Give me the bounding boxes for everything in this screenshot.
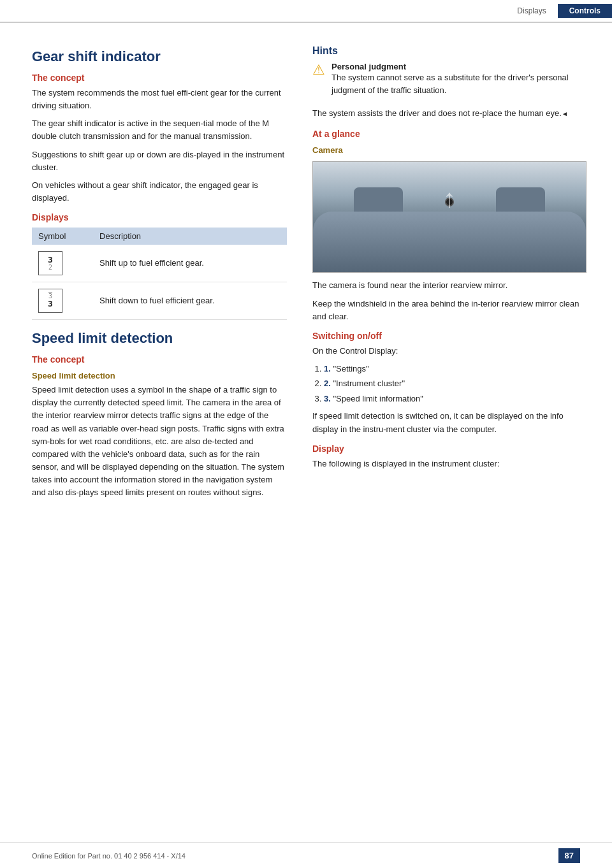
switching-intro: On the Control Display: <box>312 345 586 358</box>
hint-content: Personal judgment The system cannot serv… <box>332 62 586 102</box>
car-seats <box>313 212 586 272</box>
shift-up-symbol: 3 2 <box>38 251 62 275</box>
gear-concept-p4: On vehicles without a gear shift indicat… <box>32 179 287 205</box>
camera-desc1: The camera is found near the interior re… <box>312 279 586 292</box>
hint-bold-text: Personal judgment <box>332 62 586 71</box>
hint-row: ⚠ Personal judgment The system cannot se… <box>312 62 586 102</box>
at-a-glance-title: At a glance <box>312 129 586 139</box>
gear-concept-p1: The system recommends the most fuel effi… <box>32 87 287 112</box>
shift-up-desc: Shift up to fuel efficient gear. <box>93 245 287 282</box>
camera-image: ↑ <box>312 161 586 273</box>
camera-desc2: Keep the windshield in the area behind t… <box>312 298 586 323</box>
gear-concept-p3: Suggestions to shift gear up or down are… <box>32 148 287 174</box>
camera-subtitle: Camera <box>312 145 586 155</box>
shift-down-desc: Shift down to fuel efficient gear. <box>93 282 287 320</box>
speed-concept-subtitle: The concept <box>32 354 287 365</box>
gear-shift-title: Gear shift indicator <box>32 48 287 65</box>
shift-down-symbol: 3 3 <box>38 289 62 313</box>
gear-concept-subtitle: The concept <box>32 73 287 83</box>
warning-icon: ⚠ <box>312 62 325 78</box>
nav-controls[interactable]: Controls <box>558 4 612 18</box>
table-row: 3 2 Shift up to fuel efficient gear. <box>32 245 287 282</box>
gear-concept-p2: The gear shift indicator is active in th… <box>32 117 287 143</box>
step-3: 3. "Speed limit information" <box>324 393 586 405</box>
right-column: Hints ⚠ Personal judgment The system can… <box>300 42 612 504</box>
footer-text: Online Edition for Part no. 01 40 2 956 … <box>32 852 186 860</box>
nav-items: Displays Controls <box>506 4 612 18</box>
speed-limit-title: Speed limit detection <box>32 330 287 347</box>
hint-body: The system cannot serve as a substitute … <box>332 71 586 97</box>
page-number: 87 <box>558 848 580 863</box>
col-symbol: Symbol <box>32 228 93 245</box>
table-row: 3 3 Shift down to fuel efficient gear. <box>32 282 287 320</box>
left-column: Gear shift indicator The concept The sys… <box>0 42 300 504</box>
col-description: Description <box>93 228 287 245</box>
hints-section: Hints ⚠ Personal judgment The system can… <box>312 45 586 120</box>
top-nav: Displays Controls <box>0 0 612 23</box>
step-1: 1. "Settings" <box>324 363 586 375</box>
headrest-right <box>496 187 545 212</box>
switching-after-text: If speed limit detection is switched on,… <box>312 410 586 435</box>
speed-detection-subtitle: Speed limit detection <box>32 371 287 380</box>
nav-displays[interactable]: Displays <box>506 4 557 18</box>
hints-title: Hints <box>312 45 586 57</box>
speed-concept-p1: Speed limit detection uses a symbol in t… <box>32 384 287 499</box>
car-interior-bg: ↑ <box>313 162 586 272</box>
step-2: 2. "Instrument cluster" <box>324 377 586 390</box>
headrest-left <box>354 187 403 212</box>
triangle-marker: ◄ <box>562 110 568 117</box>
displays-subtitle: Displays <box>32 212 287 222</box>
arrow-up-icon: ↑ <box>443 184 456 213</box>
footer: Online Edition for Part no. 01 40 2 956 … <box>0 843 612 868</box>
main-content: Gear shift indicator The concept The sys… <box>0 23 612 504</box>
display-text: The following is displayed in the instru… <box>312 458 586 470</box>
switching-title: Switching on/off <box>312 331 586 341</box>
displays-table: Symbol Description 3 2 Shift up to fuel … <box>32 228 287 320</box>
symbol-cell-down: 3 3 <box>32 282 93 320</box>
switching-steps: 1. "Settings" 2. "Instrument cluster" 3.… <box>324 363 586 405</box>
hint-extra: The system assists the driver and does n… <box>312 107 586 120</box>
symbol-cell-up: 3 2 <box>32 245 93 282</box>
display-title: Display <box>312 444 586 454</box>
